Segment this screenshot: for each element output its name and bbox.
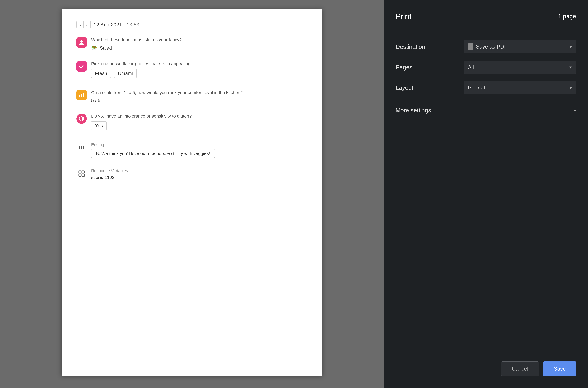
print-title: Print xyxy=(396,12,411,21)
question-text-1: Which of these foods most strikes your f… xyxy=(91,37,307,42)
answer-3-1: 5 / 5 xyxy=(91,98,307,103)
answer-1-1: Salad xyxy=(100,45,112,51)
question-content-2: Pick one or two flavor profiles that see… xyxy=(91,61,307,80)
nav-row: ‹ › 12 Aug 2021 13:53 xyxy=(76,21,307,28)
svg-rect-5 xyxy=(79,146,80,149)
layout-select-left: Portrait xyxy=(468,85,485,91)
button-row: Cancel Save xyxy=(396,353,576,376)
svg-rect-11 xyxy=(82,174,84,176)
question-icon-3 xyxy=(76,90,87,100)
pdf-icon: PDF xyxy=(468,44,473,50)
question-block-2: Pick one or two flavor profiles that see… xyxy=(76,61,307,80)
question-content-6: Response Variables score: 1102 xyxy=(91,169,307,180)
question-block-6: Response Variables score: 1102 xyxy=(76,169,307,180)
nav-next-button[interactable]: › xyxy=(84,21,90,28)
question-block-4: Do you have an intolerance or sensitivit… xyxy=(76,114,307,132)
svg-rect-9 xyxy=(82,171,84,173)
section-label-5: Ending xyxy=(91,142,307,147)
settings-section: Destination PDF Save as PDF ▾ Pages All xyxy=(396,32,576,119)
pages-label: Pages xyxy=(396,64,443,71)
svg-rect-6 xyxy=(81,146,82,149)
pages-row: Pages All ▾ xyxy=(396,61,576,74)
question-icon-6 xyxy=(76,169,87,179)
svg-rect-3 xyxy=(83,93,84,97)
question-content-5: Ending B. We think you'll love our rice … xyxy=(91,142,307,158)
preview-area: ‹ › 12 Aug 2021 13:53 Which of these foo… xyxy=(0,0,384,388)
response-time: 13:53 xyxy=(127,22,139,27)
more-settings-row[interactable]: More settings ▾ xyxy=(396,102,576,119)
svg-rect-2 xyxy=(81,94,82,97)
nav-arrows: ‹ › xyxy=(76,21,91,28)
print-pages: 1 page xyxy=(558,13,576,20)
layout-value: Portrait xyxy=(468,85,485,91)
layout-row: Layout Portrait ▾ xyxy=(396,81,576,94)
pages-select-left: All xyxy=(468,64,474,70)
destination-label: Destination xyxy=(396,44,443,50)
answer-4-1: Yes xyxy=(91,121,107,130)
pages-value: All xyxy=(468,64,474,70)
layout-select[interactable]: Portrait ▾ xyxy=(464,81,576,94)
destination-value: Save as PDF xyxy=(476,44,507,50)
svg-rect-1 xyxy=(79,95,80,97)
question-icon-1 xyxy=(76,37,87,48)
page-preview: ‹ › 12 Aug 2021 13:53 Which of these foo… xyxy=(62,9,322,376)
more-settings-chevron-icon: ▾ xyxy=(574,108,576,113)
question-text-4: Do you have an intolerance or sensitivit… xyxy=(91,114,307,119)
question-content-1: Which of these foods most strikes your f… xyxy=(91,37,307,51)
pages-chevron-icon: ▾ xyxy=(569,65,572,70)
question-text-2: Pick one or two flavor profiles that see… xyxy=(91,61,307,66)
section-label-6: Response Variables xyxy=(91,169,307,173)
svg-point-0 xyxy=(80,40,83,43)
response-date: 12 Aug 2021 xyxy=(94,22,122,27)
pages-select[interactable]: All ▾ xyxy=(464,61,576,74)
question-block-1: Which of these foods most strikes your f… xyxy=(76,37,307,51)
question-block-3: On a scale from 1 to 5, how would you ra… xyxy=(76,90,307,103)
question-icon-2 xyxy=(76,61,87,72)
response-var-1: score: 1102 xyxy=(91,175,307,180)
svg-text:PDF: PDF xyxy=(469,46,472,48)
layout-label: Layout xyxy=(396,84,443,91)
question-icon-5 xyxy=(76,142,87,153)
nav-prev-button[interactable]: ‹ xyxy=(77,21,84,28)
print-header: Print 1 page xyxy=(396,12,576,21)
cancel-button[interactable]: Cancel xyxy=(501,361,539,376)
answer-2-2: Umami xyxy=(114,69,137,78)
svg-rect-10 xyxy=(79,174,81,176)
svg-rect-7 xyxy=(83,146,84,149)
print-panel: Print 1 page Destination PDF Save as PDF… xyxy=(384,0,588,388)
destination-select[interactable]: PDF Save as PDF ▾ xyxy=(464,40,576,53)
question-text-3: On a scale from 1 to 5, how would you ra… xyxy=(91,90,307,95)
question-content-4: Do you have an intolerance or sensitivit… xyxy=(91,114,307,132)
destination-select-left: PDF Save as PDF xyxy=(468,44,507,50)
destination-chevron-icon: ▾ xyxy=(569,44,572,49)
layout-chevron-icon: ▾ xyxy=(569,85,572,91)
save-button[interactable]: Save xyxy=(543,361,576,376)
svg-rect-8 xyxy=(79,171,81,173)
question-icon-4 xyxy=(76,114,87,124)
question-content-3: On a scale from 1 to 5, how would you ra… xyxy=(91,90,307,103)
more-settings-label: More settings xyxy=(396,107,431,114)
answer-5-1: B. We think you'll love our rice noodle … xyxy=(91,149,215,158)
answer-2-1: Fresh xyxy=(91,69,111,78)
destination-row: Destination PDF Save as PDF ▾ xyxy=(396,40,576,53)
question-block-5: Ending B. We think you'll love our rice … xyxy=(76,142,307,158)
